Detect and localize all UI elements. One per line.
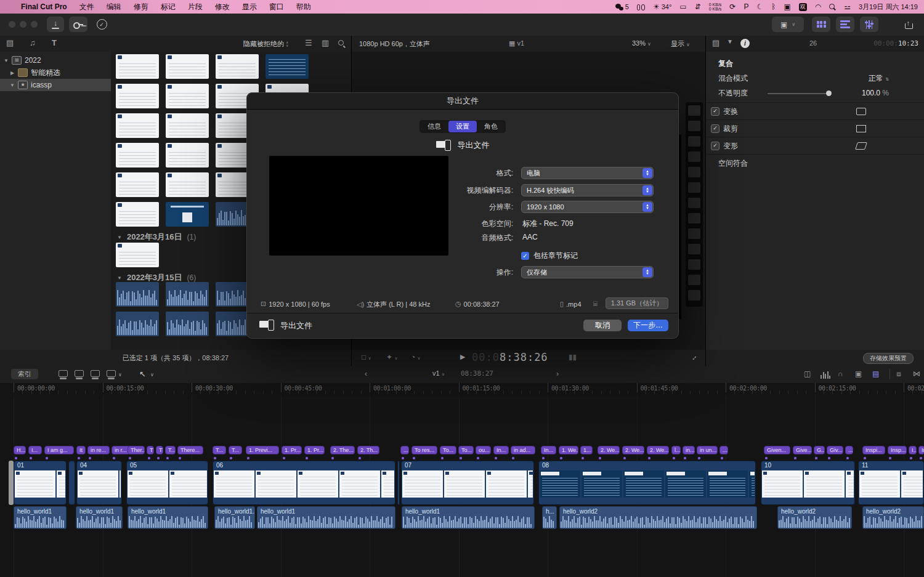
filter-dropdown[interactable]: 隐藏被拒绝的∧∨ [243, 39, 288, 49]
spotlight-icon[interactable] [829, 4, 836, 10]
browser-clip-thumbnail[interactable] [116, 113, 159, 138]
distort-icon[interactable] [855, 142, 867, 150]
tab-角色[interactable]: 角色 [477, 121, 505, 132]
timeline-title-clip[interactable]: Ir... [918, 446, 924, 454]
timeline-title-clip[interactable]: To res... [411, 446, 437, 454]
timeline-title-clip[interactable]: 2. We... [622, 446, 644, 454]
filmstrip-mode-icon[interactable]: ▤ [872, 369, 879, 378]
menu-修改[interactable]: 修改 [209, 2, 236, 12]
blend-mode-row[interactable]: 混合模式 正常 ⇅ [706, 71, 924, 85]
select-tool-icon[interactable]: ↖ [139, 369, 146, 379]
arrows-icon[interactable]: ⇵ [695, 2, 701, 11]
media-representation-button[interactable]: ▣ ∨ [772, 17, 804, 32]
timeline-title-clip[interactable]: in... [683, 446, 695, 454]
tab-信息[interactable]: 信息 [420, 121, 448, 132]
insert-edit-icon[interactable] [75, 370, 84, 377]
filmstrip-view-icon[interactable]: ▥ [322, 38, 329, 47]
display-icon[interactable]: ▣ [784, 2, 790, 11]
fullscreen-expand-icon[interactable]: ↔ [688, 352, 699, 363]
window-zoom-button[interactable] [31, 21, 38, 28]
distort-effect-row[interactable]: ✓ 变形 [706, 138, 924, 154]
wechat-icon[interactable]: 5 [615, 3, 629, 10]
menu-帮助[interactable]: 帮助 [290, 2, 317, 12]
app-menu[interactable]: Final Cut Pro [11, 2, 73, 11]
timeline-title-clip[interactable]: To... [458, 446, 474, 454]
save-effects-preset-button[interactable]: 存储效果预置 [863, 353, 914, 364]
browser-clip-thumbnail[interactable] [116, 312, 159, 336]
append-edit-icon[interactable] [91, 370, 100, 377]
timeline-title-clip[interactable]: 2. We... [598, 446, 620, 454]
titles-generators-icon[interactable]: T [52, 38, 57, 47]
chevron-down-icon[interactable]: ∨ [150, 372, 154, 377]
opacity-value[interactable]: 100.0 % [862, 89, 889, 97]
timeline-title-clip[interactable]: In... [493, 446, 509, 454]
keywords-button[interactable] [69, 17, 87, 32]
info-inspector-icon[interactable]: i [740, 39, 750, 48]
timeline-title-clip[interactable]: in re... [87, 446, 110, 454]
blend-mode-value[interactable]: 正常 ⇅ [869, 73, 889, 84]
timeline-title-clip[interactable]: It [76, 446, 86, 454]
timeline-video-clip[interactable]: 01 [14, 461, 67, 505]
timeline-title-clip[interactable]: H... [14, 446, 26, 454]
retime-icon[interactable]: ◔ ∨ [411, 353, 421, 361]
timeline-title-clip[interactable]: in ad... [511, 446, 535, 454]
disclosure-triangle-icon[interactable]: ▼ [4, 58, 9, 63]
timeline-title-clip[interactable]: T... [229, 446, 242, 454]
crop-checkbox[interactable]: ✓ [711, 124, 719, 133]
transform-checkbox[interactable]: ✓ [711, 107, 719, 116]
browser-clip-thumbnail[interactable] [265, 54, 309, 79]
import-media-button[interactable]: ↓ [47, 17, 64, 32]
battery-icon[interactable]: ▭ [679, 2, 686, 11]
clips-media-icon[interactable]: ▤ [6, 38, 14, 47]
list-view-icon[interactable]: ☰ [305, 38, 312, 47]
timeline-title-clip[interactable]: Tl [156, 446, 163, 454]
compositing-section-header[interactable]: 复合 [706, 57, 924, 70]
photos-audio-icon[interactable]: ♫ [30, 38, 36, 47]
timeline-title-clip[interactable]: G... [814, 446, 825, 454]
timeline-title-clip[interactable]: T [147, 446, 154, 454]
browser-clip-thumbnail[interactable] [166, 143, 209, 167]
control-center-icon[interactable]: ⚍ [844, 2, 851, 11]
menu-显示[interactable]: 显示 [236, 2, 263, 12]
timeline-audio-clip[interactable]: hello_world1 [76, 506, 123, 529]
browser-clip-thumbnail[interactable] [116, 84, 159, 108]
browser-date-section[interactable]: ▼ 2022年3月16日 (1) [117, 232, 196, 243]
show-timeline-button[interactable] [836, 17, 854, 32]
timeline-video-clip[interactable]: 08 [538, 461, 756, 505]
browser-search-icon[interactable] [338, 40, 346, 49]
transform-icon[interactable] [856, 108, 866, 115]
timeline-title-clip[interactable]: Given... [764, 446, 790, 454]
audio-meters-icon[interactable] [821, 371, 830, 379]
next-item-arrow[interactable]: › [556, 369, 559, 378]
overwrite-edit-icon[interactable] [107, 370, 116, 377]
timeline-title-clip[interactable]: 2. We... [647, 446, 669, 454]
timeline-audio-clip[interactable]: hello_world1 [257, 506, 395, 529]
browser-clip-thumbnail[interactable] [166, 84, 209, 108]
sidebar-item-library-2022[interactable]: ▼ ⊞ 2022 [0, 54, 111, 67]
spatial-conform-header[interactable]: 空间符合 [706, 156, 924, 170]
select-格式[interactable]: 电脑▲▼ [521, 167, 654, 179]
browser-clip-thumbnail[interactable] [116, 202, 159, 227]
bluetooth-icon[interactable]: ᛒ [771, 2, 776, 11]
focus-moon-icon[interactable]: ☾ [756, 2, 763, 11]
browser-clip-thumbnail[interactable] [166, 202, 209, 227]
transform-overlay-icon[interactable]: □ ∨ [362, 353, 371, 361]
skimmer-audio-icon[interactable]: ∩ [838, 369, 843, 378]
include-chapter-markers-checkbox[interactable]: ✓包括章节标记 [521, 251, 578, 261]
timeline-title-clip[interactable]: T... [213, 446, 226, 454]
select-操作[interactable]: 仅存储▲▼ [521, 266, 654, 278]
timeline-title-clip[interactable]: ou... [476, 446, 491, 454]
crop-effect-row[interactable]: ✓ 裁剪 [706, 121, 924, 137]
cancel-button[interactable]: 取消 [583, 320, 622, 331]
creative-cloud-icon[interactable] [637, 4, 645, 10]
sidebar-item-event-icassp[interactable]: ▼ ★ icassp [0, 79, 111, 91]
play-button[interactable]: ▶ [460, 353, 465, 361]
zoom-level-menu[interactable]: 33% ∨ [632, 39, 651, 47]
video-inspector-icon[interactable]: ▤ [712, 38, 719, 47]
weather-item[interactable]: ☀34° [653, 2, 671, 11]
timeline-audio-clip[interactable]: hello_world1... [214, 506, 255, 529]
timeline-title-clip[interactable]: Inspi... [862, 446, 885, 454]
timeline-title-clip[interactable]: T... [165, 446, 176, 454]
trim-icon[interactable]: ◫ [804, 369, 811, 378]
slider-knob[interactable] [826, 91, 832, 96]
